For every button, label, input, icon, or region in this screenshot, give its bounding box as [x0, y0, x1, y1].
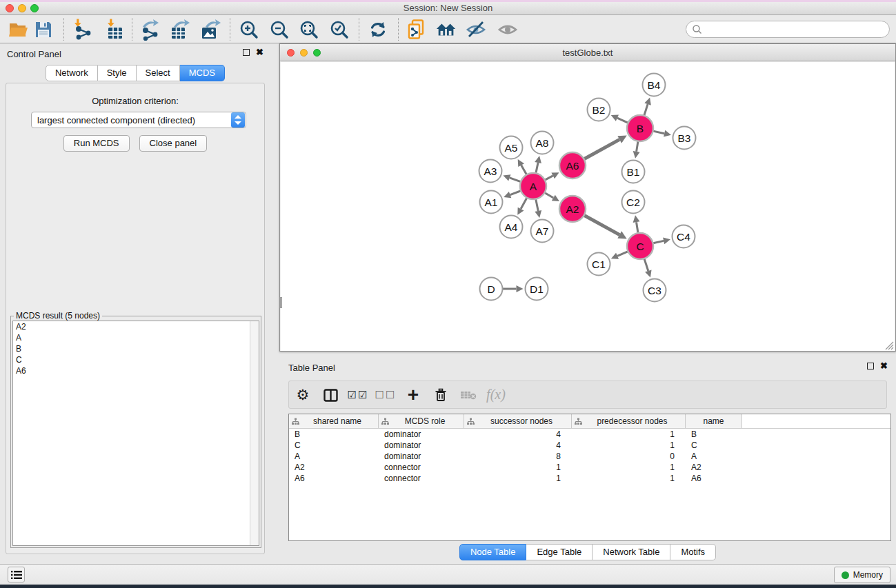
table-cell[interactable]: dominator — [379, 440, 464, 450]
refresh-icon[interactable] — [367, 19, 389, 41]
close-table-panel-icon[interactable]: ✖ — [880, 363, 888, 369]
arrowhead-icon — [633, 215, 640, 223]
control-panel-title: Control Panel — [7, 49, 61, 59]
table-cell[interactable]: dominator — [379, 429, 464, 439]
table-cell[interactable]: 4 — [464, 429, 572, 439]
save-session-icon[interactable] — [32, 19, 54, 41]
table-cell[interactable]: A2 — [686, 463, 742, 472]
graph-node-label: D1 — [530, 283, 544, 295]
open-session-icon[interactable] — [8, 19, 30, 41]
zoom-selected-icon[interactable] — [328, 19, 350, 41]
resize-grip-icon[interactable] — [883, 339, 894, 350]
table-options-gear-icon[interactable]: ⚙ — [289, 387, 317, 403]
graph-edge-A6-B[interactable] — [583, 139, 619, 159]
node-table[interactable]: shared nameMCDS rolesuccessor nodesprede… — [288, 414, 891, 541]
table-cell[interactable]: B — [686, 429, 742, 439]
column-header-successor-nodes[interactable]: successor nodes — [464, 414, 572, 428]
export-network-icon[interactable] — [139, 19, 161, 41]
mcds-result-item[interactable]: A6 — [13, 365, 259, 376]
show-columns-icon[interactable] — [317, 387, 344, 403]
table-cell[interactable]: 1 — [572, 440, 686, 450]
table-cell[interactable]: dominator — [379, 452, 464, 461]
table-row[interactable]: Cdominator41C — [289, 440, 890, 451]
table-cell[interactable]: 1 — [572, 429, 686, 439]
graph-node-label: A3 — [484, 165, 497, 177]
memory-button[interactable]: Memory — [834, 567, 890, 583]
zoom-in-icon[interactable] — [238, 19, 260, 41]
close-panel-icon[interactable]: ✖ — [256, 49, 263, 56]
table-cell[interactable]: A2 — [289, 463, 379, 472]
arrowhead-icon — [644, 98, 651, 105]
export-image-icon[interactable] — [199, 19, 221, 41]
float-panel-icon[interactable] — [243, 49, 250, 56]
graph-node-label: A4 — [505, 221, 518, 233]
mcds-result-item[interactable]: A — [13, 332, 259, 343]
float-table-panel-icon[interactable] — [867, 363, 874, 369]
splitter-grip[interactable] — [280, 297, 282, 308]
table-cell[interactable]: A6 — [686, 474, 742, 483]
criterion-select[interactable]: largest connected component (directed) — [31, 112, 246, 128]
graph-node-label: B4 — [648, 79, 661, 91]
table-cell[interactable]: 0 — [572, 452, 686, 461]
export-table-icon[interactable] — [168, 19, 190, 41]
mcds-result-item[interactable]: A2 — [13, 321, 259, 332]
table-cell[interactable]: 1 — [572, 463, 686, 472]
import-network-icon[interactable] — [72, 19, 94, 41]
zoom-out-icon[interactable] — [268, 19, 290, 41]
graph-edge-A2-C[interactable] — [583, 214, 619, 234]
table-row[interactable]: Bdominator41B — [289, 429, 890, 440]
tab-edge-table[interactable]: Edge Table — [526, 544, 593, 560]
network-title: testGlobe.txt — [280, 48, 895, 58]
add-column-icon[interactable]: + — [399, 388, 427, 402]
tab-style[interactable]: Style — [98, 65, 137, 81]
table-cell[interactable]: A — [686, 452, 742, 461]
table-cell[interactable]: 1 — [572, 474, 686, 483]
run-mcds-button[interactable]: Run MCDS — [63, 135, 130, 152]
mcds-result-list[interactable]: A2ABCA6 — [12, 321, 259, 546]
mcds-result-item[interactable]: C — [13, 354, 259, 365]
mcds-result-item[interactable]: B — [13, 343, 259, 354]
column-header-shared-name[interactable]: shared name — [289, 414, 379, 428]
network-canvas[interactable]: AA1A2A3A4A5A6A7A8BB1B2B3B4CC1C2C3C4DD1 — [281, 62, 895, 351]
criterion-selected-value: largest connected component (directed) — [32, 115, 231, 125]
column-header-predecessor-nodes[interactable]: predecessor nodes — [572, 414, 686, 428]
zoom-fit-icon[interactable] — [298, 19, 320, 41]
network-snapshot-icon[interactable] — [406, 19, 428, 41]
task-history-button[interactable] — [8, 567, 25, 582]
show-hide-graphics-icon[interactable] — [465, 19, 487, 41]
tab-select[interactable]: Select — [137, 65, 180, 81]
column-header-name[interactable]: name — [686, 414, 742, 428]
tab-motifs[interactable]: Motifs — [670, 544, 716, 560]
import-table-icon[interactable] — [103, 19, 126, 41]
column-header-MCDS-role[interactable]: MCDS role — [379, 414, 464, 428]
search-input[interactable] — [686, 21, 890, 38]
table-cell[interactable]: A6 — [289, 474, 379, 483]
table-cell[interactable]: B — [289, 429, 379, 439]
unselect-all-columns-icon[interactable]: ☐☐ — [372, 389, 399, 401]
table-row[interactable]: A2connector11A2 — [289, 462, 890, 473]
table-cell[interactable]: 1 — [464, 463, 572, 472]
delete-column-icon[interactable] — [427, 387, 455, 402]
scrollbar-track[interactable] — [250, 321, 259, 545]
table-cell[interactable]: 4 — [464, 440, 572, 450]
close-panel-button[interactable]: Close panel — [139, 135, 208, 152]
network-graph[interactable]: AA1A2A3A4A5A6A7A8BB1B2B3B4CC1C2C3C4DD1 — [281, 62, 895, 351]
table-cell[interactable]: 1 — [464, 474, 572, 483]
tab-network-table[interactable]: Network Table — [593, 544, 670, 560]
table-row[interactable]: Adominator80A — [289, 451, 890, 462]
table-cell[interactable]: connector — [379, 474, 464, 483]
table-row[interactable]: A6connector11A6 — [289, 473, 890, 484]
table-cell[interactable]: connector — [379, 463, 464, 472]
table-cell[interactable]: C — [289, 440, 379, 450]
hide-panels-icon[interactable] — [435, 19, 457, 41]
show-hide-details-icon[interactable] — [497, 19, 519, 41]
table-cell[interactable]: C — [686, 440, 742, 450]
table-cell[interactable]: 8 — [464, 452, 572, 461]
select-all-columns-icon[interactable]: ☑☑ — [344, 389, 372, 401]
tab-mcds[interactable]: MCDS — [180, 65, 225, 81]
table-cell[interactable]: A — [289, 452, 379, 461]
tab-node-table[interactable]: Node Table — [459, 544, 527, 560]
tab-network[interactable]: Network — [46, 65, 98, 81]
optimization-criterion-label: Optimization criterion: — [6, 96, 264, 106]
window-accent-line — [0, 0, 896, 2]
